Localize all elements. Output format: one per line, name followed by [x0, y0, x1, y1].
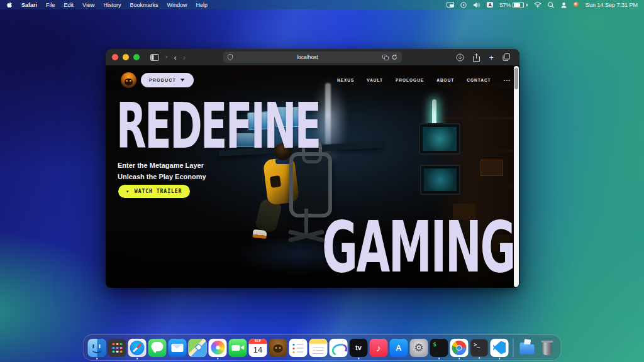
- dock-messages[interactable]: [148, 339, 167, 357]
- dock-mail[interactable]: [169, 339, 187, 357]
- siri-icon[interactable]: [574, 2, 579, 8]
- downloads-icon[interactable]: [456, 53, 464, 62]
- nav-link-vault[interactable]: VAULT: [367, 78, 383, 82]
- dock-vscode[interactable]: [491, 339, 509, 357]
- browser-toolbar: ▾ ‹ › localhost: [106, 49, 519, 65]
- sidebar-chevron-icon[interactable]: ▾: [165, 55, 168, 60]
- site-logo[interactable]: [121, 72, 136, 88]
- new-tab-icon[interactable]: +: [489, 53, 494, 62]
- address-bar[interactable]: localhost: [223, 52, 402, 63]
- dock-freeform[interactable]: [330, 339, 348, 357]
- dock-reminders[interactable]: [289, 339, 308, 357]
- dock-launchpad[interactable]: [108, 339, 126, 357]
- dock-settings[interactable]: ⚙: [410, 339, 428, 357]
- safari-window: ▾ ‹ › localhost: [106, 49, 519, 288]
- input-source-icon[interactable]: A: [487, 2, 493, 8]
- cursor-arrow-icon: ➤: [125, 189, 131, 195]
- hero-title-gaming: GAMING: [322, 212, 514, 282]
- hero-title-redefine: REDEFINE: [116, 95, 320, 158]
- window-controls: [112, 54, 140, 60]
- menubar-item-bookmarks[interactable]: Bookmarks: [130, 2, 158, 8]
- menubar-clock[interactable]: Sun 14 Sep 7:31 PM: [586, 2, 638, 8]
- menubar-item-view[interactable]: View: [82, 2, 94, 8]
- sidebar-toggle-icon[interactable]: [150, 54, 159, 61]
- menubar-item-help[interactable]: Help: [196, 2, 208, 8]
- minimize-window-button[interactable]: [123, 54, 129, 60]
- tagline-line-2: Unleash the Play Economy: [118, 171, 206, 182]
- desktop: Safari File Edit View History Bookmarks …: [0, 0, 644, 362]
- nav-link-contact[interactable]: CONTACT: [467, 78, 491, 82]
- menubar-item-edit[interactable]: Edit: [64, 2, 74, 8]
- watch-trailer-button[interactable]: ➤ WATCH TRAILER: [118, 185, 190, 198]
- now-playing-icon[interactable]: [460, 2, 467, 8]
- nav-more-icon[interactable]: •••: [504, 77, 511, 83]
- dock-trash[interactable]: [538, 339, 557, 357]
- url-text: localhost: [233, 54, 382, 60]
- reload-icon[interactable]: [392, 54, 397, 60]
- close-window-button[interactable]: [112, 54, 118, 60]
- forward-button[interactable]: ›: [183, 53, 186, 62]
- nav-link-nexus[interactable]: NEXUS: [337, 78, 354, 82]
- dock-notes[interactable]: [309, 339, 328, 357]
- battery-indicator[interactable]: 57%: [499, 2, 528, 8]
- dock-game-app[interactable]: [269, 339, 287, 357]
- menubar-item-file[interactable]: File: [46, 2, 55, 8]
- menubar-item-window[interactable]: Window: [167, 2, 187, 8]
- music-note-icon: ♪: [376, 343, 381, 353]
- menubar-app-name[interactable]: Safari: [21, 2, 37, 8]
- apple-logo-icon[interactable]: [6, 1, 13, 8]
- wifi-icon[interactable]: [534, 2, 541, 8]
- back-button[interactable]: ‹: [174, 53, 177, 62]
- dock: SEP 14 tv ♪ A ⚙ $ >_: [83, 334, 562, 361]
- dock-facetime[interactable]: [229, 339, 247, 357]
- dock-music[interactable]: ♪: [370, 339, 388, 357]
- tagline-line-1: Enter the Metagame Layer: [118, 160, 206, 171]
- hero-tagline: Enter the Metagame Layer Unleash the Pla…: [118, 160, 206, 182]
- user-menu-icon[interactable]: [560, 2, 567, 8]
- dock-appstore[interactable]: A: [390, 339, 408, 357]
- zoom-window-button[interactable]: [133, 54, 140, 60]
- translate-page-icon[interactable]: [382, 55, 389, 60]
- dock-terminal-1[interactable]: $: [430, 339, 448, 357]
- menubar-item-history[interactable]: History: [103, 2, 121, 8]
- privacy-shield-icon[interactable]: [228, 54, 233, 60]
- page-scrollbar[interactable]: [514, 66, 519, 287]
- battery-percent: 57%: [499, 2, 511, 8]
- tab-overview-icon[interactable]: [502, 53, 510, 61]
- cursor-arrow-icon: ➤: [180, 77, 187, 84]
- site-nav: NEXUS VAULT PROLOGUE ABOUT CONTACT •••: [337, 77, 511, 83]
- dock-chrome[interactable]: [450, 339, 469, 357]
- dock-appletv[interactable]: tv: [350, 339, 368, 357]
- calendar-day: 14: [249, 343, 267, 357]
- nav-link-prologue[interactable]: PROLOGUE: [396, 78, 424, 82]
- page-content: PRODUCT ➤ NEXUS VAULT PROLOGUE ABOUT CON…: [106, 65, 519, 288]
- product-button-label: PRODUCT: [149, 78, 176, 82]
- dock-finder[interactable]: [88, 339, 106, 357]
- dock-maps[interactable]: [189, 339, 207, 357]
- dock-separator: [513, 338, 514, 357]
- dock-calendar[interactable]: SEP 14: [249, 339, 267, 357]
- scrollbar-thumb[interactable]: [514, 68, 518, 89]
- gear-icon: ⚙: [414, 341, 423, 354]
- dock-photos[interactable]: [209, 339, 227, 357]
- screen-mirroring-icon[interactable]: [447, 2, 454, 8]
- volume-icon[interactable]: [473, 2, 480, 8]
- watch-trailer-label: WATCH TRAILER: [135, 189, 182, 194]
- dock-terminal-2[interactable]: >_: [470, 339, 489, 357]
- dock-downloads-folder[interactable]: [518, 339, 536, 357]
- battery-icon: [513, 2, 524, 8]
- nav-link-about[interactable]: ABOUT: [436, 78, 454, 82]
- menu-bar: Safari File Edit View History Bookmarks …: [0, 0, 644, 9]
- product-button[interactable]: PRODUCT ➤: [141, 73, 194, 87]
- spotlight-search-icon[interactable]: [548, 2, 554, 8]
- dock-safari[interactable]: [128, 339, 147, 357]
- site-header: PRODUCT ➤ NEXUS VAULT PROLOGUE ABOUT CON…: [106, 65, 511, 94]
- share-icon[interactable]: [473, 53, 480, 62]
